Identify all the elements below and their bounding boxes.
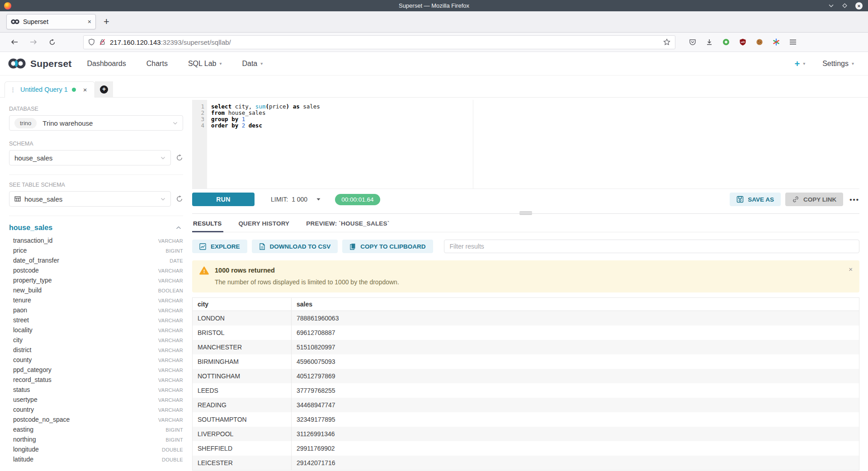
new-query-tab-button[interactable]: + (95, 81, 113, 98)
url-text[interactable]: 217.160.120.143:32393/superset/sqllab/ (110, 38, 659, 46)
column-row[interactable]: property_typeVARCHAR (9, 277, 183, 287)
nav-item-sql-lab[interactable]: SQL Lab▾ (188, 60, 222, 68)
multicolor-asterisk-icon[interactable] (773, 38, 780, 46)
column-row[interactable]: streetVARCHAR (9, 316, 183, 326)
reload-icon[interactable] (49, 39, 56, 46)
cell-city: NOTTINGHAM (193, 369, 291, 383)
rows-returned-alert: 1000 rows returned The number of rows di… (192, 260, 859, 292)
firefox-window: Superset — Mozilla Firefox × Superset × … (0, 0, 868, 471)
column-row[interactable]: latitudeDOUBLE (9, 456, 183, 466)
explore-button[interactable]: EXPLORE (192, 240, 247, 253)
nav-item-dashboards[interactable]: Dashboards (87, 60, 126, 68)
column-row[interactable]: districtVARCHAR (9, 346, 183, 356)
column-row[interactable]: usertypeVARCHAR (9, 396, 183, 406)
table-row[interactable]: BIRMINGHAM45960075093 (193, 354, 859, 369)
ublock-icon[interactable]: uO (739, 38, 746, 46)
table-name[interactable]: house_sales (9, 224, 52, 232)
bookmark-star-icon[interactable] (663, 38, 670, 46)
new-tab-button[interactable]: + (104, 17, 109, 27)
collapse-chevron-up-icon[interactable] (176, 226, 181, 230)
table-row[interactable]: READING34468947747 (193, 398, 859, 412)
minimize-icon[interactable] (828, 4, 834, 8)
table-row[interactable]: LONDON788861960063 (193, 311, 859, 325)
chevron-down-icon: ▾ (260, 61, 263, 66)
forward-icon[interactable] (30, 39, 37, 45)
superset-logo[interactable]: Superset (8, 58, 71, 69)
refresh-tables-icon[interactable] (176, 195, 183, 203)
column-row[interactable]: localityVARCHAR (9, 326, 183, 336)
save-as-button[interactable]: SAVE AS (730, 193, 781, 206)
pocket-icon[interactable] (689, 38, 696, 46)
column-type: VARCHAR (158, 358, 183, 363)
table-row[interactable]: SOUTHAMPTON32349177895 (193, 412, 859, 427)
download-to-csv-button[interactable]: DOWNLOAD TO CSV (252, 240, 338, 253)
table-select[interactable]: house_sales (9, 191, 171, 207)
cookie-icon[interactable] (756, 38, 763, 46)
column-row[interactable]: ppd_categoryVARCHAR (9, 366, 183, 376)
limit-dropdown[interactable]: LIMIT: 1 000 (271, 196, 321, 203)
table-row[interactable]: BRISTOL69612708887 (193, 325, 859, 340)
settings-menu[interactable]: Settings ▾ (822, 60, 854, 68)
drag-handle-icon[interactable]: ⋮ (10, 86, 16, 93)
sql-editor[interactable]: 1234 select city, sum(price) as salesfro… (192, 100, 859, 189)
column-row[interactable]: northingBIGINT (9, 436, 183, 446)
close-icon[interactable]: × (855, 2, 863, 9)
results-tab-query-history[interactable]: QUERY HISTORY (238, 220, 289, 232)
column-row[interactable]: postcode_no_spaceVARCHAR (9, 416, 183, 426)
column-header-city[interactable]: city (193, 298, 291, 311)
menu-icon[interactable] (789, 39, 797, 45)
refresh-schemas-icon[interactable] (176, 154, 183, 161)
column-row[interactable]: longitudeDOUBLE (9, 446, 183, 456)
extension-green-icon[interactable] (722, 38, 730, 46)
column-row[interactable]: record_statusVARCHAR (9, 376, 183, 386)
table-row[interactable]: SHEFFIELD29911769902 (193, 441, 859, 456)
results-tab-preview-house-sales[interactable]: PREVIEW: `HOUSE_SALES` (306, 220, 389, 232)
download-icon[interactable] (706, 38, 713, 46)
column-row[interactable]: postcodeVARCHAR (9, 267, 183, 277)
column-row[interactable]: new_buildBOOLEAN (9, 287, 183, 297)
run-button[interactable]: RUN (192, 193, 255, 206)
more-options-button[interactable]: ••• (849, 196, 859, 203)
table-row[interactable]: LEICESTER29142071716 (193, 456, 859, 470)
column-row[interactable]: statusVARCHAR (9, 386, 183, 396)
table-row[interactable]: MANCHESTER51510820997 (193, 340, 859, 354)
results-tab-results[interactable]: RESULTS (193, 220, 222, 232)
alert-close-icon[interactable]: × (849, 265, 853, 273)
query-tab[interactable]: ⋮ Untitled Query 1 × (5, 81, 95, 98)
copy-to-clipboard-button[interactable]: COPY TO CLIPBOARD (342, 240, 433, 253)
back-icon[interactable] (11, 39, 18, 45)
column-row[interactable]: transaction_idVARCHAR (9, 237, 183, 247)
column-row[interactable]: tenureVARCHAR (9, 297, 183, 306)
table-row[interactable]: LIVERPOOL31126991346 (193, 427, 859, 441)
alert-body: The number of rows displayed is limited … (215, 278, 399, 286)
column-row[interactable]: paonVARCHAR (9, 306, 183, 316)
column-row[interactable]: eastingBIGINT (9, 426, 183, 436)
browser-tab[interactable]: Superset × (6, 14, 96, 29)
column-header-sales[interactable]: sales (291, 298, 859, 311)
maximize-icon[interactable] (842, 3, 848, 9)
column-name: price (13, 247, 27, 254)
table-row[interactable]: NOTTINGHAM40512797869 (193, 369, 859, 383)
column-type: VARCHAR (158, 308, 183, 313)
nav-item-data[interactable]: Data▾ (242, 60, 263, 68)
column-row[interactable]: countyVARCHAR (9, 356, 183, 366)
column-row[interactable]: countryVARCHAR (9, 406, 183, 416)
shield-icon[interactable] (88, 38, 95, 46)
column-row[interactable]: date_of_transferDATE (9, 257, 183, 267)
copy-link-button[interactable]: COPY LINK (785, 193, 843, 206)
query-tab-close-icon[interactable]: × (83, 86, 87, 94)
nav-item-charts[interactable]: Charts (146, 60, 168, 68)
resize-handle[interactable] (519, 211, 532, 215)
tab-close-icon[interactable]: × (88, 18, 91, 25)
editor-code[interactable]: select city, sum(price) as salesfrom hou… (207, 100, 859, 188)
schema-select[interactable]: house_sales (9, 150, 171, 165)
table-row[interactable]: LEEDS37779768255 (193, 383, 859, 398)
lock-insecure-icon[interactable] (99, 38, 106, 46)
url-bar[interactable]: 217.160.120.143:32393/superset/sqllab/ (83, 35, 675, 49)
database-select[interactable]: trino Trino warehouse (9, 115, 183, 131)
column-row[interactable]: cityVARCHAR (9, 336, 183, 346)
filter-results-input[interactable] (444, 240, 859, 253)
column-row[interactable]: priceBIGINT (9, 247, 183, 257)
add-new-button[interactable]: + ▾ (794, 59, 805, 68)
database-label: DATABASE (9, 106, 183, 112)
